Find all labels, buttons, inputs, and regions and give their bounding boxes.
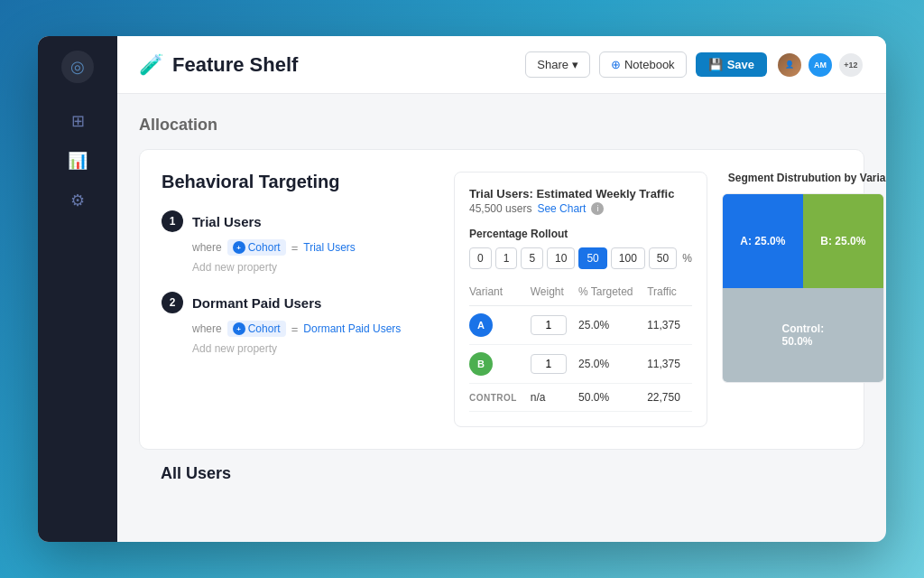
traffic-users: 45,500 users (469, 202, 531, 215)
segment-2-value[interactable]: Dormant Paid Users (303, 322, 401, 335)
rollout-btn-50[interactable]: 50 (578, 247, 606, 269)
chart-segment-a: A: 25.0% (723, 194, 803, 288)
segment-2: 2 Dormant Paid Users where + Cohort (162, 292, 432, 355)
sidebar-icon-settings[interactable]: ⚙ (61, 184, 94, 217)
header: 🧪 Feature Shelf Share ▾ ⊕ Notebook 💾 Sav… (117, 36, 886, 94)
rollout-btn-10[interactable]: 10 (547, 247, 575, 269)
info-icon[interactable]: i (591, 202, 604, 215)
page-title: Feature Shelf (172, 53, 298, 77)
traffic-subheader: 45,500 users See Chart i (469, 202, 692, 215)
weight-b-input[interactable] (531, 354, 567, 374)
col-targeted: % Targeted (578, 282, 647, 306)
cohort-icon-2: + (233, 322, 245, 335)
page-body: Allocation Behavioral Targeting 1 (117, 94, 886, 542)
traffic-b-cell: 11,375 (647, 345, 692, 384)
segment-chart: A: 25.0% B: 25.0% Control:50.0% (722, 193, 884, 383)
sidebar: ◎ ⊞ 📊 ⚙ (38, 36, 117, 542)
traffic-a-cell: 11,375 (647, 306, 692, 345)
col-traffic: Traffic (647, 282, 692, 306)
rollout-btn-100[interactable]: 100 (611, 247, 645, 269)
weight-b-cell (531, 345, 578, 384)
table-row-b: B 25.0% 11,375 (469, 345, 692, 384)
header-title-group: 🧪 Feature Shelf (139, 53, 525, 77)
segment-1: 1 Trial Users where + Cohort = (162, 210, 432, 274)
rollout-label: Percentage Rollout (469, 228, 692, 240)
rollout-btn-0[interactable]: 0 (469, 247, 492, 269)
sidebar-icon-home[interactable]: ⊞ (61, 105, 94, 137)
segment-1-cohort-tag[interactable]: + Cohort (227, 239, 286, 256)
segment-2-cohort-tag[interactable]: + Cohort (227, 321, 286, 337)
segment-2-equals: = (291, 322, 299, 336)
chart-segment-control: Control:50.0% (723, 288, 883, 382)
control-weight-cell: n/a (531, 384, 578, 412)
control-label-cell: CONTROL (469, 384, 531, 412)
variant-b-cell: B (469, 345, 531, 384)
allocation-section-title: Allocation (139, 116, 864, 135)
segment-2-name: Dormant Paid Users (192, 295, 321, 311)
all-users-title: All Users (161, 464, 843, 483)
card-layout: Behavioral Targeting 1 Trial Users where (162, 172, 842, 427)
col-weight: Weight (531, 282, 578, 306)
cohort-icon: + (233, 241, 245, 254)
avatar-user1: 👤 (776, 51, 803, 79)
rollout-btn-1[interactable]: 1 (495, 247, 518, 269)
save-icon: 💾 (708, 58, 723, 71)
traffic-panel: Trial Users: Estimated Weekly Traffic 45… (454, 172, 707, 427)
control-traffic-cell: 22,750 (647, 384, 692, 412)
app-window: ◎ ⊞ 📊 ⚙ 🧪 Feature Shelf Share ▾ ⊕ Notebo… (38, 36, 886, 542)
variant-a-badge: A (469, 313, 493, 337)
share-button[interactable]: Share ▾ (525, 51, 590, 78)
chart-segment-b: B: 25.0% (803, 194, 883, 288)
behavioral-targeting-card: Behavioral Targeting 1 Trial Users where (139, 149, 864, 450)
control-label: CONTROL (469, 393, 517, 403)
sidebar-icon-chart[interactable]: 📊 (61, 144, 94, 177)
segment-1-name: Trial Users (192, 214, 262, 229)
avatar-group: 👤 AM +12 (776, 51, 864, 79)
header-actions: Share ▾ ⊕ Notebook 💾 Save 👤 AM (525, 51, 864, 79)
see-chart-link[interactable]: See Chart (537, 202, 586, 215)
rollout-btn-custom[interactable]: 50 (649, 247, 677, 269)
targeted-b-cell: 25.0% (578, 345, 647, 384)
rollout-percent-sign: % (682, 252, 692, 265)
avatar-count: +12 (837, 51, 864, 79)
table-row-a: A 25.0% 11,375 (469, 306, 692, 345)
notebook-button[interactable]: ⊕ Notebook (599, 51, 687, 78)
table-row-control: CONTROL n/a 50.0% 22,750 (469, 384, 692, 412)
variant-a-cell: A (469, 306, 531, 345)
weight-a-input[interactable] (531, 315, 567, 335)
right-panel: Trial Users: Estimated Weekly Traffic 45… (454, 172, 886, 427)
all-users-section: All Users (139, 464, 864, 483)
main-content: 🧪 Feature Shelf Share ▾ ⊕ Notebook 💾 Sav… (117, 36, 886, 542)
segment-1-add-property[interactable]: Add new property (162, 261, 432, 274)
segment-1-number: 1 (162, 210, 183, 232)
col-variant: Variant (469, 282, 531, 306)
flask-icon: 🧪 (139, 53, 163, 77)
segment-2-add-property[interactable]: Add new property (162, 342, 432, 355)
targeting-left: Behavioral Targeting 1 Trial Users where (162, 172, 432, 427)
variants-table: Variant Weight % Targeted Traffic (469, 282, 692, 412)
chevron-down-icon: ▾ (572, 58, 578, 71)
segment-2-header: 2 Dormant Paid Users (162, 292, 432, 313)
save-button[interactable]: 💾 Save (696, 52, 767, 77)
rollout-buttons: 0 1 5 10 50 100 50 % (469, 247, 692, 269)
plus-icon: ⊕ (611, 58, 621, 71)
sidebar-logo[interactable]: ◎ (61, 51, 94, 83)
targeted-a-cell: 25.0% (578, 306, 647, 345)
targeting-title: Behavioral Targeting (162, 172, 432, 192)
segment-2-number: 2 (162, 292, 183, 313)
control-targeted-cell: 50.0% (578, 384, 647, 412)
segment-1-where: where + Cohort = Trial Users (162, 239, 432, 256)
traffic-title: Trial Users: Estimated Weekly Traffic (469, 187, 692, 200)
variant-b-badge: B (469, 352, 493, 376)
avatar-am: AM (807, 51, 834, 79)
segment-1-value[interactable]: Trial Users (303, 241, 356, 254)
segment-1-header: 1 Trial Users (162, 210, 432, 232)
segment-2-where: where + Cohort = Dormant Paid Users (162, 321, 432, 337)
weight-a-cell (531, 306, 578, 345)
chart-title: Segment Distrubution by Variant (722, 172, 886, 184)
chart-section: Segment Distrubution by Variant A: 25.0%… (722, 172, 886, 427)
segment-1-equals: = (291, 241, 299, 255)
rollout-btn-5[interactable]: 5 (521, 247, 543, 269)
